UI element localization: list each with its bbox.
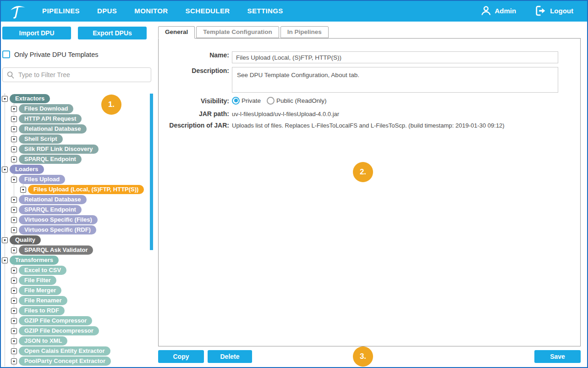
expander-icon[interactable]: ▼ (2, 167, 8, 173)
nav-item-scheduler[interactable]: SCHEDULER (186, 7, 230, 15)
tree-item-relational-database[interactable]: ▼Relational Database (14, 195, 156, 205)
tree-item-virtuoso-specific-rdf[interactable]: ▼Virtuoso Specific (RDF) (14, 225, 156, 235)
tree-pill[interactable]: Loaders (10, 165, 44, 174)
tree-item-virtuoso-specific-files[interactable]: ▼Virtuoso Specific (Files) (14, 215, 156, 225)
expander-icon[interactable]: ▼ (11, 298, 17, 304)
tree-item-silk-rdf-link-discovery[interactable]: ▼Silk RDF Link Discovery (14, 144, 156, 154)
tree-item-files-to-rdf[interactable]: ▼Files to RDF (14, 306, 156, 316)
logout-button[interactable]: Logout (534, 5, 573, 17)
tree-pill[interactable]: Relational Database (19, 195, 87, 204)
user-menu[interactable]: Admin (480, 5, 517, 17)
name-input[interactable] (232, 51, 558, 63)
expander-icon[interactable]: ▼ (11, 278, 17, 284)
tree-pill[interactable]: Silk RDF Link Discovery (19, 145, 99, 154)
expander-icon[interactable]: ▼ (11, 338, 17, 344)
tree-item-extractors[interactable]: ▼Extractors (5, 94, 156, 104)
tree-item-quality[interactable]: ▼Quality (5, 235, 156, 245)
nav-item-dpus[interactable]: DPUS (97, 7, 117, 15)
tree-item-files-download[interactable]: ▼Files Download (14, 104, 156, 114)
tree-item-shell-script[interactable]: ▼Shell Script (14, 134, 156, 144)
radio-icon[interactable] (267, 97, 275, 105)
tree-pill[interactable]: Files Download (19, 104, 73, 113)
nav-item-monitor[interactable]: MONITOR (134, 7, 168, 15)
tab-in-pipelines[interactable]: In Pipelines (280, 26, 329, 38)
expander-icon[interactable]: ▼ (11, 116, 17, 122)
expander-icon[interactable]: ▼ (2, 96, 8, 102)
export-dpus-button[interactable]: Export DPUs (78, 27, 147, 39)
tree-pill[interactable]: SPARQL Endpoint (19, 205, 82, 214)
tree-item-sparql-endpoint[interactable]: ▼SPARQL Endpoint (14, 205, 156, 215)
tree-item-transformers[interactable]: ▼Transformers (5, 255, 156, 265)
tree-pill[interactable]: Transformers (10, 256, 59, 265)
tree-item-json-to-xml[interactable]: ▼JSON to XML (14, 336, 156, 346)
tree-item-file-filter[interactable]: ▼File Filter (14, 275, 156, 285)
tree-pill-selected[interactable]: Files Upload (Local, (S)FTP, HTTP(S)) (28, 185, 144, 194)
tree-item-poolparty-concept-extractor[interactable]: ▼PoolParty Concept Extractor (14, 356, 156, 366)
expander-icon[interactable]: ▼ (11, 348, 17, 354)
expander-icon[interactable]: ▼ (11, 207, 17, 213)
tab-general[interactable]: General (158, 26, 195, 39)
tree-item-files-upload[interactable]: ▼Files Upload (14, 174, 156, 184)
expander-icon[interactable]: ▼ (11, 106, 17, 112)
tree-pill[interactable]: Excel to CSV (19, 266, 66, 275)
radio-icon[interactable] (232, 97, 240, 105)
expander-icon[interactable]: ▼ (11, 318, 17, 324)
expander-icon[interactable]: ▼ (11, 146, 17, 152)
expander-icon[interactable]: ▼ (11, 268, 17, 273)
expander-icon[interactable]: ▼ (11, 156, 17, 162)
tree-pill[interactable]: File Merger (19, 286, 61, 295)
tree-pill[interactable]: Quality (10, 235, 41, 245)
tree-pill[interactable]: Relational Database (19, 124, 87, 134)
tree-pill[interactable]: Extractors (10, 94, 50, 103)
tree-pill[interactable]: Files to RDF (19, 306, 65, 315)
expander-icon[interactable]: ▼ (11, 328, 17, 334)
expander-icon[interactable]: ▼ (20, 187, 26, 193)
tree-pill[interactable]: HTTP API Request (19, 114, 82, 123)
expander-icon[interactable]: ▼ (2, 257, 8, 263)
expander-icon[interactable]: ▼ (2, 237, 8, 243)
tree-pill[interactable]: JSON to XML (19, 336, 67, 346)
expander-icon[interactable]: ▼ (11, 288, 17, 294)
tree-item-sparql-endpoint[interactable]: ▼SPARQL Endpoint (14, 154, 156, 164)
tree-pill[interactable]: GZIP File Decompressor (19, 326, 99, 335)
tab-template-configuration[interactable]: Template Configuration (196, 26, 279, 38)
expander-icon[interactable]: ▼ (11, 197, 17, 203)
tree-item-gzip-file-decompressor[interactable]: ▼GZIP File Decompressor (14, 326, 156, 336)
tree-pill[interactable]: File Filter (19, 276, 56, 285)
tree-pill[interactable]: Open Calais Entity Extractor (19, 346, 110, 356)
tree-item-excel-to-csv[interactable]: ▼Excel to CSV (14, 265, 156, 275)
tree-item-files-upload-local-s-ftp-http-s[interactable]: ▼Files Upload (Local, (S)FTP, HTTP(S)) (23, 184, 156, 195)
radio-option-public-readonly[interactable]: Public (ReadOnly) (267, 97, 327, 105)
tree-item-relational-database[interactable]: ▼Relational Database (14, 124, 156, 134)
delete-button[interactable]: Delete (208, 350, 252, 363)
nav-item-settings[interactable]: SETTINGS (247, 7, 283, 15)
tree-pill[interactable]: SPARQL Endpoint (19, 155, 82, 164)
description-textarea[interactable]: See DPU Template Configuration, About ta… (232, 67, 558, 93)
tree-item-file-renamer[interactable]: ▼File Renamer (14, 296, 156, 306)
tree-pill[interactable]: Virtuoso Specific (Files) (19, 215, 98, 224)
expander-icon[interactable]: ▼ (11, 247, 17, 253)
expander-icon[interactable]: ▼ (11, 126, 17, 132)
expander-icon[interactable]: ▼ (11, 227, 17, 233)
tree-pill[interactable]: GZIP File Compressor (19, 316, 92, 325)
import-dpu-button[interactable]: Import DPU (2, 27, 71, 39)
tree-scrollbar[interactable] (150, 94, 153, 250)
save-button[interactable]: Save (534, 350, 581, 363)
tree-pill[interactable]: Virtuoso Specific (RDF) (19, 225, 96, 234)
tree-pill[interactable]: Shell Script (19, 134, 63, 144)
expander-icon[interactable]: ▼ (11, 308, 17, 314)
expander-icon[interactable]: ▼ (11, 358, 17, 364)
tree-item-file-merger[interactable]: ▼File Merger (14, 285, 156, 296)
expander-icon[interactable]: ▼ (11, 177, 17, 183)
tree-pill[interactable]: Files Upload (19, 175, 65, 184)
tree-filter-input[interactable] (2, 67, 151, 82)
tree-item-open-calais-entity-extractor[interactable]: ▼Open Calais Entity Extractor (14, 346, 156, 356)
nav-item-pipelines[interactable]: PIPELINES (42, 7, 80, 15)
tree-pill[interactable]: SPARQL Ask Validator (19, 245, 93, 255)
tree-pill[interactable]: PoolParty Concept Extractor (19, 357, 111, 366)
tree-item-loaders[interactable]: ▼Loaders (5, 164, 156, 174)
tree-item-sparql-ask-validator[interactable]: ▼SPARQL Ask Validator (14, 245, 156, 255)
radio-option-private[interactable]: Private (232, 97, 261, 105)
tree-pill[interactable]: File Renamer (19, 296, 67, 305)
expander-icon[interactable]: ▼ (11, 217, 17, 223)
